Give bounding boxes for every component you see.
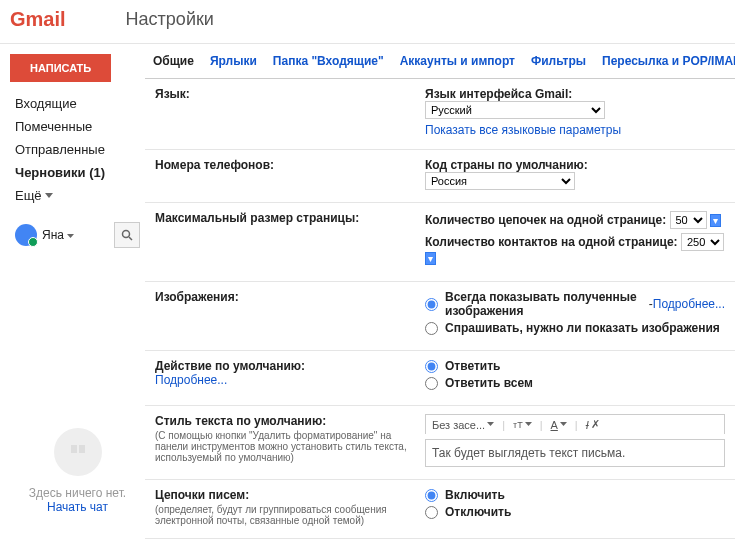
text-style-sub: (С помощью кнопки "Удалить форматировани… <box>155 430 425 463</box>
chevron-down-icon <box>487 422 494 427</box>
avatar[interactable] <box>15 224 37 246</box>
dropdown-icon[interactable]: ▾ <box>425 252 436 265</box>
hangouts-icon <box>54 428 102 476</box>
more-label: Ещё <box>15 188 42 203</box>
contacts-per-page-label: Количество контактов на одной странице: <box>425 235 678 249</box>
tab[interactable]: Фильтры <box>523 44 594 78</box>
hangouts-empty-text: Здесь ничего нет. <box>10 486 145 500</box>
pagesize-label: Максимальный размер страницы: <box>155 211 359 225</box>
reply-radio[interactable] <box>425 360 438 373</box>
language-select[interactable]: Русский <box>425 101 605 119</box>
reply-all-label: Ответить всем <box>445 376 533 390</box>
language-label: Язык: <box>155 87 190 101</box>
search-people-button[interactable] <box>114 222 140 248</box>
text-style-toolbar: Без засе... | тТ | A | I✗ <box>425 414 725 434</box>
sidebar-item[interactable]: Помеченные <box>10 115 145 138</box>
search-icon <box>121 229 133 241</box>
font-size-select[interactable]: тТ <box>513 420 532 430</box>
chevron-down-icon <box>67 234 74 239</box>
default-action-label: Действие по умолчанию: <box>155 359 305 373</box>
page-title: Настройки <box>126 9 214 30</box>
chevron-down-icon <box>560 422 567 427</box>
more-menu[interactable]: Ещё <box>10 184 145 207</box>
country-code-label: Код страны по умолчанию: <box>425 158 588 172</box>
default-action-learn-more[interactable]: Подробнее... <box>155 373 227 387</box>
svg-line-1 <box>129 237 132 240</box>
start-chat-link[interactable]: Начать чат <box>10 500 145 514</box>
text-style-label: Стиль текста по умолчанию: <box>155 414 326 428</box>
remove-formatting-button[interactable]: I✗ <box>586 418 600 431</box>
reply-all-radio[interactable] <box>425 377 438 390</box>
conversation-off-radio[interactable] <box>425 506 438 519</box>
chevron-down-icon <box>525 422 532 427</box>
conversation-label: Цепочки писем: <box>155 488 249 502</box>
gmail-logo[interactable]: Gmail <box>10 8 66 31</box>
images-always-label: Всегда показывать полученные изображения <box>445 290 649 318</box>
conversation-on-label: Включить <box>445 488 505 502</box>
phones-label: Номера телефонов: <box>155 158 274 172</box>
tab[interactable]: Общие <box>145 44 202 78</box>
tab[interactable]: Аккаунты и импорт <box>392 44 523 78</box>
text-color-select[interactable]: A <box>551 419 567 431</box>
show-all-languages-link[interactable]: Показать все языковые параметры <box>425 123 725 137</box>
settings-tabs: ОбщиеЯрлыкиПапка "Входящие"Аккаунты и им… <box>145 44 735 79</box>
chevron-down-icon <box>45 193 53 199</box>
images-ask-label: Спрашивать, нужно ли показать изображени… <box>445 321 720 335</box>
reply-label: Ответить <box>445 359 500 373</box>
conversation-on-radio[interactable] <box>425 489 438 502</box>
images-learn-more[interactable]: Подробнее... <box>653 297 725 311</box>
threads-per-page-label: Количество цепочек на одной странице: <box>425 213 666 227</box>
username[interactable]: Яна <box>42 228 114 242</box>
text-preview: Так будет выглядеть текст письма. <box>425 439 725 467</box>
tab[interactable]: Папка "Входящие" <box>265 44 392 78</box>
sidebar-item[interactable]: Черновики (1) <box>10 161 145 184</box>
images-always-radio[interactable] <box>425 298 438 311</box>
threads-count-select[interactable]: 50 <box>670 211 707 229</box>
tab[interactable]: Ярлыки <box>202 44 265 78</box>
contacts-count-select[interactable]: 250 <box>681 233 724 251</box>
country-select[interactable]: Россия <box>425 172 575 190</box>
interface-lang-label: Язык интерфейса Gmail: <box>425 87 572 101</box>
tab[interactable]: Пересылка и POP/IMAP <box>594 44 735 78</box>
svg-point-0 <box>123 231 130 238</box>
conversation-off-label: Отключить <box>445 505 511 519</box>
compose-button[interactable]: НАПИСАТЬ <box>10 54 111 82</box>
sidebar-item[interactable]: Отправленные <box>10 138 145 161</box>
font-select[interactable]: Без засе... <box>432 419 494 431</box>
sidebar-item[interactable]: Входящие <box>10 92 145 115</box>
images-label: Изображения: <box>155 290 239 304</box>
dropdown-icon[interactable]: ▾ <box>710 214 721 227</box>
conversation-sub: (определяет, будут ли группироваться соо… <box>155 504 425 526</box>
sidebar: НАПИСАТЬ ВходящиеПомеченныеОтправленныеЧ… <box>0 44 145 542</box>
images-ask-radio[interactable] <box>425 322 438 335</box>
